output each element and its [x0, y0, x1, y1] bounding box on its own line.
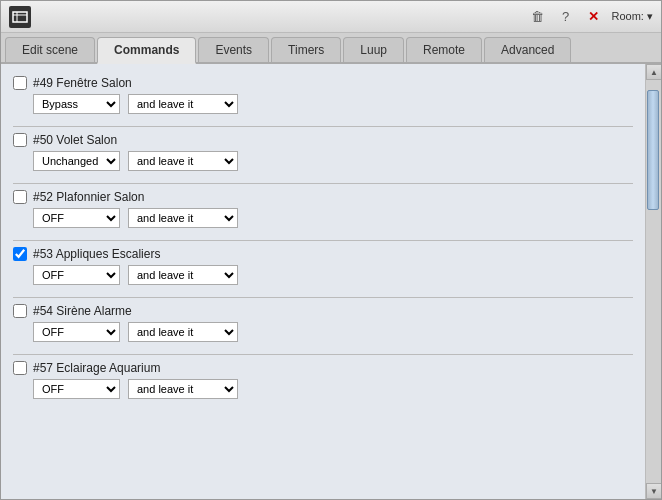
svg-rect-0 — [13, 12, 27, 22]
leave-select-device-49[interactable]: and leave itand turn offand turn on — [128, 94, 238, 114]
device-controls-device-52: BypassOFFONUnchangedand leave itand turn… — [13, 206, 633, 236]
state-select-device-57[interactable]: BypassOFFONUnchanged — [33, 379, 120, 399]
titlebar: 🗑 ? ✕ Room: ▾ — [1, 1, 661, 33]
tab-timers[interactable]: Timers — [271, 37, 341, 62]
tab-edit-scene[interactable]: Edit scene — [5, 37, 95, 62]
divider-1 — [13, 183, 633, 184]
device-controls-device-50: BypassOFFONUnchangedand leave itand turn… — [13, 149, 633, 179]
state-select-device-49[interactable]: BypassOFFONUnchanged — [33, 94, 120, 114]
state-select-device-54[interactable]: BypassOFFONUnchanged — [33, 322, 120, 342]
device-row-device-52: #52 Plafonnier SalonBypassOFFONUnchanged… — [13, 186, 633, 236]
leave-select-device-50[interactable]: and leave itand turn offand turn on — [128, 151, 238, 171]
device-row-device-54: #54 Sirène AlarmeBypassOFFONUnchangedand… — [13, 300, 633, 350]
titlebar-left — [9, 6, 39, 28]
divider-3 — [13, 297, 633, 298]
device-checkbox-device-50[interactable] — [13, 133, 27, 147]
device-name-device-53: #53 Appliques Escaliers — [33, 247, 160, 261]
scrollbar[interactable]: ▲ ▼ — [645, 64, 661, 499]
device-header-device-53: #53 Appliques Escaliers — [13, 243, 633, 263]
leave-select-device-57[interactable]: and leave itand turn offand turn on — [128, 379, 238, 399]
device-checkbox-device-49[interactable] — [13, 76, 27, 90]
device-header-device-52: #52 Plafonnier Salon — [13, 186, 633, 206]
content-area: #49 Fenêtre SalonBypassOFFONUnchangedand… — [1, 64, 661, 499]
tab-luup[interactable]: Luup — [343, 37, 404, 62]
tab-bar: Edit sceneCommandsEventsTimersLuupRemote… — [1, 33, 661, 64]
device-controls-device-53: BypassOFFONUnchangedand leave itand turn… — [13, 263, 633, 293]
device-row-device-53: #53 Appliques EscaliersBypassOFFONUnchan… — [13, 243, 633, 293]
device-name-device-54: #54 Sirène Alarme — [33, 304, 132, 318]
tab-commands[interactable]: Commands — [97, 37, 196, 64]
device-header-device-54: #54 Sirène Alarme — [13, 300, 633, 320]
divider-0 — [13, 126, 633, 127]
device-controls-device-49: BypassOFFONUnchangedand leave itand turn… — [13, 92, 633, 122]
device-list: #49 Fenêtre SalonBypassOFFONUnchangedand… — [1, 64, 645, 499]
device-header-device-50: #50 Volet Salon — [13, 129, 633, 149]
scrollbar-thumb-area — [646, 80, 661, 483]
device-name-device-50: #50 Volet Salon — [33, 133, 117, 147]
room-info: Room: ▾ — [612, 10, 653, 23]
device-checkbox-device-57[interactable] — [13, 361, 27, 375]
scrollbar-thumb[interactable] — [647, 90, 659, 210]
main-window: 🗑 ? ✕ Room: ▾ Edit sceneCommandsEventsTi… — [0, 0, 662, 500]
state-select-device-53[interactable]: BypassOFFONUnchanged — [33, 265, 120, 285]
help-button[interactable]: ? — [556, 7, 576, 27]
device-checkbox-device-52[interactable] — [13, 190, 27, 204]
titlebar-right: 🗑 ? ✕ Room: ▾ — [528, 7, 653, 27]
device-header-device-49: #49 Fenêtre Salon — [13, 72, 633, 92]
device-name-device-57: #57 Eclairage Aquarium — [33, 361, 160, 375]
device-row-device-50: #50 Volet SalonBypassOFFONUnchangedand l… — [13, 129, 633, 179]
divider-2 — [13, 240, 633, 241]
device-controls-device-57: BypassOFFONUnchangedand leave itand turn… — [13, 377, 633, 407]
delete-button[interactable]: 🗑 — [528, 7, 548, 27]
device-row-device-57: #57 Eclairage AquariumBypassOFFONUnchang… — [13, 357, 633, 407]
device-name-device-52: #52 Plafonnier Salon — [33, 190, 144, 204]
divider-4 — [13, 354, 633, 355]
tab-remote[interactable]: Remote — [406, 37, 482, 62]
scrollbar-up[interactable]: ▲ — [646, 64, 661, 80]
state-select-device-52[interactable]: BypassOFFONUnchanged — [33, 208, 120, 228]
device-name-device-49: #49 Fenêtre Salon — [33, 76, 132, 90]
scrollbar-down[interactable]: ▼ — [646, 483, 661, 499]
device-checkbox-device-53[interactable] — [13, 247, 27, 261]
close-button[interactable]: ✕ — [584, 7, 604, 27]
leave-select-device-54[interactable]: and leave itand turn offand turn on — [128, 322, 238, 342]
state-select-device-50[interactable]: BypassOFFONUnchanged — [33, 151, 120, 171]
device-checkbox-device-54[interactable] — [13, 304, 27, 318]
device-row-device-49: #49 Fenêtre SalonBypassOFFONUnchangedand… — [13, 72, 633, 122]
device-header-device-57: #57 Eclairage Aquarium — [13, 357, 633, 377]
leave-select-device-52[interactable]: and leave itand turn offand turn on — [128, 208, 238, 228]
device-controls-device-54: BypassOFFONUnchangedand leave itand turn… — [13, 320, 633, 350]
leave-select-device-53[interactable]: and leave itand turn offand turn on — [128, 265, 238, 285]
app-icon — [9, 6, 31, 28]
tab-events[interactable]: Events — [198, 37, 269, 62]
tab-advanced[interactable]: Advanced — [484, 37, 571, 62]
